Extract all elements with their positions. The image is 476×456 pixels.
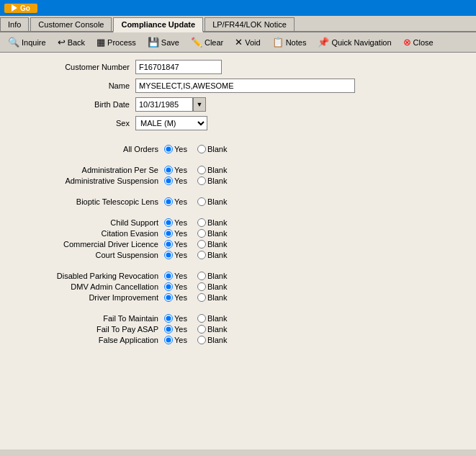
close-icon: ⊗: [403, 37, 411, 48]
void-button[interactable]: ✕ Void: [230, 35, 265, 50]
court-suspension-blank-radio[interactable]: [197, 251, 206, 259]
court-suspension-yes-radio[interactable]: [164, 251, 173, 259]
tab-customer-console[interactable]: Customer Console: [30, 17, 112, 31]
child-support-blank-radio[interactable]: [197, 218, 206, 227]
inquire-button[interactable]: 🔍 Inquire: [3, 35, 51, 50]
child-support-yes-radio[interactable]: [164, 218, 173, 227]
all-orders-blank-radio[interactable]: [197, 145, 206, 153]
tab-lp-fr44-lok-notice[interactable]: LP/FR44/LOK Notice: [205, 17, 295, 31]
citation-evasion-yes-label[interactable]: Yes: [164, 229, 187, 238]
name-label: Name: [14, 81, 130, 90]
notes-button[interactable]: 📋 Notes: [267, 35, 312, 50]
citation-evasion-yes-radio[interactable]: [164, 229, 173, 238]
administration-per-se-label: Administration Per Se: [14, 166, 158, 174]
admin-per-se-radio-group: Yes Blank: [164, 166, 234, 174]
fail-to-pay-asap-blank-label[interactable]: Blank: [197, 325, 228, 334]
fail-to-pay-asap-label: Fail To Pay ASAP: [14, 325, 158, 334]
fail-to-maintain-blank-label[interactable]: Blank: [197, 314, 228, 323]
disabled-parking-yes-label[interactable]: Yes: [164, 272, 187, 280]
bioptic-yes-label[interactable]: Yes: [164, 197, 187, 206]
tab-info[interactable]: Info: [0, 17, 29, 31]
fail-to-pay-asap-blank-radio[interactable]: [197, 325, 206, 334]
fail-to-maintain-yes-radio[interactable]: [164, 314, 173, 323]
child-support-yes-label[interactable]: Yes: [164, 218, 187, 227]
disabled-parking-blank-radio[interactable]: [197, 272, 206, 280]
commercial-driver-licence-yes-radio[interactable]: [164, 240, 173, 249]
sex-group: Sex MALE (M) FEMALE (F): [14, 116, 462, 130]
admin-per-se-yes-radio[interactable]: [164, 166, 173, 174]
clear-button[interactable]: ✏️ Clear: [186, 35, 228, 50]
false-application-yes-label[interactable]: Yes: [164, 336, 187, 344]
disabled-parking-yes-radio[interactable]: [164, 272, 173, 280]
fail-to-maintain-yes-label[interactable]: Yes: [164, 314, 187, 323]
bioptic-yes-radio[interactable]: [164, 197, 173, 206]
admin-suspension-yes-label[interactable]: Yes: [164, 176, 187, 185]
false-application-blank-radio[interactable]: [197, 336, 206, 344]
driver-improvement-yes-radio[interactable]: [164, 293, 173, 302]
bioptic-telescopic-lens-row: Bioptic Telescopic Lens Yes Blank: [14, 197, 462, 206]
admin-suspension-yes-radio[interactable]: [164, 176, 173, 185]
court-suspension-label: Court Suspension: [14, 251, 158, 259]
driver-improvement-yes-label[interactable]: Yes: [164, 293, 187, 302]
sex-select[interactable]: MALE (M) FEMALE (F): [135, 116, 207, 130]
commercial-driver-licence-yes-label[interactable]: Yes: [164, 240, 187, 249]
dmv-admin-cancellation-yes-radio[interactable]: [164, 282, 173, 291]
search-icon: 🔍: [8, 37, 19, 48]
commercial-driver-licence-blank-radio[interactable]: [197, 240, 206, 249]
court-suspension-blank-label[interactable]: Blank: [197, 251, 228, 259]
all-orders-blank-label[interactable]: Blank: [197, 145, 228, 153]
all-orders-yes-radio[interactable]: [164, 145, 173, 153]
go-arrow-icon: [12, 4, 17, 12]
commercial-driver-licence-label: Commercial Driver Licence: [14, 240, 158, 249]
bioptic-blank-label[interactable]: Blank: [197, 197, 228, 206]
tab-compliance-update[interactable]: Compliance Update: [113, 17, 203, 32]
void-icon: ✕: [235, 37, 243, 48]
false-application-yes-radio[interactable]: [164, 336, 173, 344]
back-icon: ↩: [58, 37, 66, 48]
driver-improvement-blank-radio[interactable]: [197, 293, 206, 302]
process-button[interactable]: ▦ Process: [91, 35, 141, 50]
disabled-parking-blank-label[interactable]: Blank: [197, 272, 228, 280]
child-support-blank-label[interactable]: Blank: [197, 218, 228, 227]
citation-evasion-blank-radio[interactable]: [197, 229, 206, 238]
fail-to-pay-asap-yes-radio[interactable]: [164, 325, 173, 334]
customer-number-input[interactable]: [135, 60, 222, 74]
date-picker-button[interactable]: ▼: [193, 97, 206, 112]
commercial-driver-licence-blank-label[interactable]: Blank: [197, 240, 228, 249]
back-button[interactable]: ↩ Back: [53, 35, 90, 50]
driver-improvement-blank-label[interactable]: Blank: [197, 293, 228, 302]
go-button[interactable]: Go: [4, 4, 37, 13]
spacer-2: [14, 156, 462, 166]
admin-per-se-blank-radio[interactable]: [197, 166, 206, 174]
admin-suspension-radio-group: Yes Blank: [164, 176, 234, 185]
save-icon: 💾: [148, 37, 159, 48]
all-orders-row: All Orders Yes Blank: [14, 145, 462, 153]
administrative-suspension-label: Administrative Suspension: [14, 176, 158, 185]
customer-number-group: Customer Number: [14, 60, 462, 74]
citation-evasion-blank-label[interactable]: Blank: [197, 229, 228, 238]
birth-date-group: Birth Date ▼: [14, 97, 462, 112]
all-orders-yes-label[interactable]: Yes: [164, 145, 187, 153]
close-button[interactable]: ⊗ Close: [398, 35, 439, 50]
dmv-admin-cancellation-blank-radio[interactable]: [197, 282, 206, 291]
title-bar: Go: [0, 0, 476, 16]
admin-suspension-blank-label[interactable]: Blank: [197, 176, 228, 185]
administrative-suspension-row: Administrative Suspension Yes Blank: [14, 176, 462, 185]
court-suspension-yes-label[interactable]: Yes: [164, 251, 187, 259]
fail-to-maintain-radio-group: Yes Blank: [164, 314, 234, 323]
quick-navigation-button[interactable]: 📌 Quick Navigation: [313, 35, 396, 50]
admin-per-se-yes-label[interactable]: Yes: [164, 166, 187, 174]
birth-date-input[interactable]: [135, 97, 193, 112]
court-suspension-row: Court Suspension Yes Blank: [14, 251, 462, 259]
bioptic-blank-radio[interactable]: [197, 197, 206, 206]
fail-to-pay-asap-yes-label[interactable]: Yes: [164, 325, 187, 334]
dmv-admin-cancellation-blank-label[interactable]: Blank: [197, 282, 228, 291]
save-button[interactable]: 💾 Save: [143, 35, 184, 50]
driver-improvement-row: Driver Improvement Yes Blank: [14, 293, 462, 302]
dmv-admin-cancellation-yes-label[interactable]: Yes: [164, 282, 187, 291]
admin-per-se-blank-label[interactable]: Blank: [197, 166, 228, 174]
fail-to-maintain-blank-radio[interactable]: [197, 314, 206, 323]
admin-suspension-blank-radio[interactable]: [197, 176, 206, 185]
false-application-blank-label[interactable]: Blank: [197, 336, 228, 344]
name-input[interactable]: [135, 79, 355, 93]
